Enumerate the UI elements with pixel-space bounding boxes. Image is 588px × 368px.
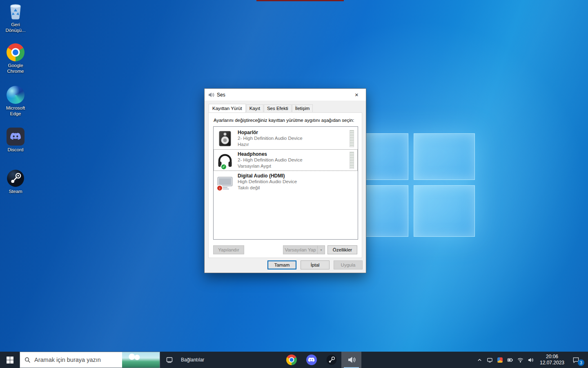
desktop-icon-discord[interactable]: Discord <box>1 128 30 153</box>
volume-level-meter <box>350 130 354 147</box>
chrome-icon <box>286 355 297 365</box>
task-view-icon[interactable] <box>166 356 173 364</box>
taskbar-chrome-button[interactable] <box>281 352 301 368</box>
hero-pane <box>414 185 475 237</box>
tab-communications[interactable]: İletişim <box>292 104 313 112</box>
hero-pane <box>414 133 475 180</box>
taskbar-search[interactable] <box>20 352 160 368</box>
ok-button[interactable]: Tamam <box>267 260 296 269</box>
device-row-hdmi[interactable]: ↓ Digital Audio (HDMI) High Definition A… <box>214 171 358 193</box>
discord-icon <box>306 355 317 365</box>
system-tray: 20:06 12.07.2023 3 <box>474 352 588 368</box>
edge-icon <box>7 86 24 104</box>
headphones-device-icon: ✓ <box>216 152 234 169</box>
steam-icon <box>7 169 24 187</box>
device-name: Hoparlör <box>238 130 303 135</box>
hdmi-device-icon: ↓ <box>216 173 234 191</box>
hidden-icons-chevron-icon[interactable] <box>474 352 485 368</box>
desktop-icon-steam[interactable]: Steam <box>1 169 30 194</box>
device-name: Headphones <box>238 151 303 157</box>
steam-icon <box>326 355 337 365</box>
set-default-split-button: Varsayılan Yap ▼ <box>283 245 325 254</box>
device-description: High Definition Audio Device <box>238 179 297 185</box>
links-toolbar-label[interactable]: Bağlantılar <box>181 357 204 363</box>
wifi-icon[interactable] <box>515 352 526 368</box>
cancel-button[interactable]: İptal <box>301 260 330 269</box>
desktop-icon-label: Google Chrome <box>1 63 30 74</box>
battery-icon[interactable] <box>505 352 515 368</box>
dialog-titlebar: Ses × <box>205 89 366 101</box>
taskbar-discord-button[interactable] <box>301 352 321 368</box>
discord-icon <box>7 128 24 146</box>
dialog-tabs: Kayıttan Yürüt Kayıt Ses Efekti İletişim <box>209 104 313 112</box>
device-status: Hazır <box>238 141 303 148</box>
dialog-title: Ses <box>217 92 225 98</box>
device-description: 2- High Definition Audio Device <box>238 157 303 163</box>
volume-icon[interactable] <box>526 352 536 368</box>
device-description: 2- High Definition Audio Device <box>238 135 303 141</box>
recycle-bin-icon <box>7 2 24 20</box>
taskbar-sound-dialog-button[interactable] <box>341 352 361 368</box>
tab-recording[interactable]: Kayıt <box>246 104 263 112</box>
device-status: Takılı değil <box>238 185 297 191</box>
chrome-icon <box>7 43 24 61</box>
device-row-speakers[interactable]: Hoparlör 2- High Definition Audio Device… <box>214 128 358 149</box>
desktop-icon-label: Microsoft Edge <box>1 105 30 117</box>
playback-tab-panel: Ayarlarını değiştireceğiniz kayıttan yür… <box>208 112 362 258</box>
search-icon <box>24 357 31 363</box>
search-news-weather-image[interactable] <box>122 352 160 368</box>
taskbar: Bağlantılar <box>0 352 588 368</box>
taskbar-toolbar: Bağlantılar <box>166 352 204 368</box>
speakers-device-icon <box>216 130 234 147</box>
apply-button: Uygula <box>334 260 363 269</box>
action-center-button[interactable]: 3 <box>568 352 586 368</box>
clock-date: 12.07.2023 <box>536 360 568 366</box>
speaker-icon <box>347 355 356 364</box>
speaker-dialog-icon <box>208 92 214 98</box>
device-status: Varsayılan Aygıt <box>238 163 303 169</box>
desktop-icon-label: Geri Dönüşü... <box>1 22 30 34</box>
unplugged-badge: ↓ <box>216 185 223 191</box>
desktop-icon-edge[interactable]: Microsoft Edge <box>1 86 30 117</box>
sound-dialog: Ses × Kayıttan Yürüt Kayıt Ses Efekti İl… <box>204 88 366 273</box>
display-tray-icon[interactable] <box>485 352 495 368</box>
tab-playback[interactable]: Kayıttan Yürüt <box>209 104 246 112</box>
notification-count-badge: 3 <box>578 359 584 366</box>
taskbar-app-icons <box>281 352 361 368</box>
search-input[interactable] <box>34 357 122 363</box>
volume-level-meter <box>350 152 354 169</box>
tab-sound-effects[interactable]: Ses Efekti <box>264 104 292 112</box>
top-edge-strip <box>256 0 344 1</box>
instruction-text: Ayarlarını değiştireceğiniz kayıttan yür… <box>214 118 354 123</box>
desktop-icon-label: Discord <box>8 147 24 153</box>
taskbar-clock[interactable]: 20:06 12.07.2023 <box>536 354 568 366</box>
start-button[interactable] <box>0 352 20 368</box>
properties-button[interactable]: Özellikler <box>327 245 357 254</box>
close-icon[interactable]: × <box>347 89 366 100</box>
windows-hero-logo <box>359 133 477 238</box>
configure-button: Yapılandır <box>213 245 244 254</box>
device-listbox: Hoparlör 2- High Definition Audio Device… <box>213 126 358 240</box>
desktop-icon-chrome[interactable]: Google Chrome <box>1 43 30 74</box>
desktop-icon-recycle-bin[interactable]: Geri Dönüşü... <box>1 2 30 34</box>
set-default-dropdown-icon: ▼ <box>317 245 325 254</box>
clock-time: 20:06 <box>536 354 568 360</box>
windows-logo-icon <box>7 357 13 364</box>
set-default-button: Varsayılan Yap <box>283 245 317 254</box>
colored-app-tray-icon[interactable] <box>495 352 505 368</box>
default-device-check-badge: ✓ <box>220 164 227 170</box>
desktop-wallpaper: Geri Dönüşü... Google Chrome Microsoft E… <box>0 0 588 368</box>
device-name: Digital Audio (HDMI) <box>238 173 297 179</box>
desktop-icon-label: Steam <box>9 188 22 194</box>
taskbar-steam-button[interactable] <box>321 352 341 368</box>
device-row-headphones[interactable]: ✓ Headphones 2- High Definition Audio De… <box>214 149 358 171</box>
